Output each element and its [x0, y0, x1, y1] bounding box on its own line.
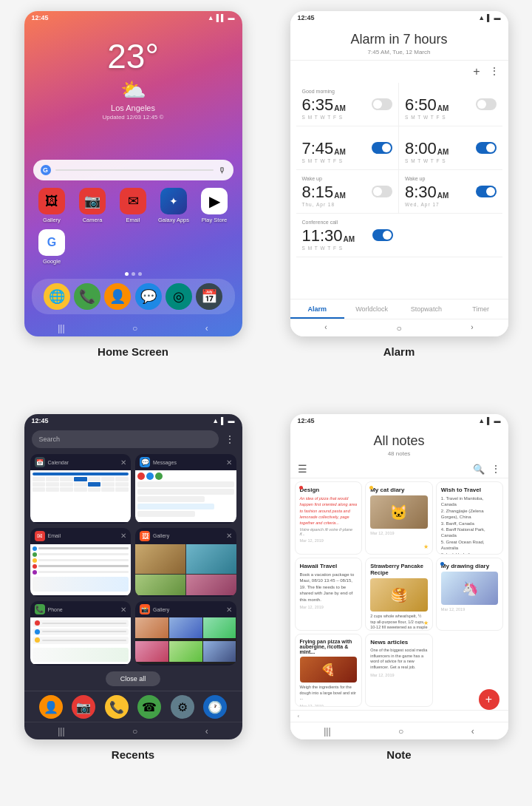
home-nav-bar: ||| ○ ‹ — [24, 319, 242, 336]
gallery-app[interactable]: 🖼 Gallery — [35, 188, 69, 223]
recents-search-box[interactable]: Search — [32, 430, 219, 448]
recents-phone-icon[interactable]: 📞 — [105, 695, 129, 719]
alarm-back-btn[interactable]: › — [471, 323, 473, 333]
tab-alarm[interactable]: Alarm — [290, 299, 345, 319]
recent-card-email-header: ✉ Email ✕ — [30, 528, 132, 544]
note-signal-icon: ▌ — [487, 417, 491, 424]
recents-back-btn[interactable]: ‹ — [205, 726, 208, 736]
samsung-dock-icon[interactable]: ◎ — [166, 283, 192, 310]
add-alarm-icon[interactable]: + — [473, 65, 480, 78]
playstore-label: Play Store — [202, 217, 228, 223]
camera-app[interactable]: 📷 Camera — [75, 188, 110, 223]
alarm-800-label — [405, 132, 497, 138]
alarm-815-toggle[interactable] — [372, 186, 392, 197]
calendar-close-btn[interactable]: ✕ — [120, 458, 126, 467]
recents-camera-icon[interactable]: 📷 — [72, 695, 95, 719]
gallery-close-btn[interactable]: ✕ — [226, 532, 232, 540]
recents-recents-btn[interactable]: ||| — [58, 726, 64, 736]
home-label: Home Screen — [98, 345, 168, 358]
note-card-cat[interactable]: My cat diary 🐱 Mar 12, 2019 ★ — [365, 481, 433, 555]
note-more-icon[interactable]: ⋮ — [491, 463, 501, 475]
alarm-745-toggle[interactable] — [372, 142, 392, 154]
note-back-btn[interactable]: ‹ — [471, 726, 474, 736]
contacts-dock-icon[interactable]: 👤 — [104, 283, 131, 310]
tab-worldclock[interactable]: Worldclock — [344, 299, 399, 319]
note-fab-btn[interactable]: + — [479, 689, 499, 710]
email-label: Email — [126, 217, 140, 223]
alarm-recents-btn[interactable]: ‹ — [324, 323, 327, 333]
note-card-frying[interactable]: Frying pan pizza with aubergine, ricotta… — [295, 634, 363, 707]
close-all-btn[interactable]: Close all — [106, 671, 161, 686]
recent-card-gallery[interactable]: 🖼 Gallery ✕ — [135, 528, 236, 597]
recents-settings-icon[interactable]: ⚙ — [171, 695, 194, 719]
recents-clock-icon[interactable]: 🕐 — [203, 695, 227, 719]
recent-card-email[interactable]: ✉ Email ✕ — [30, 528, 132, 597]
recents-signal-icon: ▌ — [221, 417, 225, 424]
recent-card-messages[interactable]: 💬 Messages ✕ — [135, 454, 236, 524]
alarm-830-label: Wake up — [405, 176, 497, 181]
alarm-800-toggle[interactable] — [476, 142, 497, 154]
alarm-830-toggle[interactable] — [476, 186, 497, 197]
home-search-bar[interactable]: G 🎙 — [33, 160, 233, 180]
note-wifi-icon: ▲ — [478, 417, 485, 424]
gallery2-close-btn[interactable]: ✕ — [226, 606, 232, 614]
calendar-dock-icon[interactable]: 📅 — [196, 283, 222, 310]
note-card-news[interactable]: News articles One of the biggest social … — [365, 634, 433, 707]
playstore-app[interactable]: ▶ Play Store — [197, 188, 232, 223]
alarm-800-days: S M T W T F S — [405, 158, 497, 163]
note-home-btn[interactable]: ○ — [398, 726, 403, 736]
alarm-home-btn[interactable]: ○ — [396, 323, 401, 333]
recent-card-calendar[interactable]: 📅 Calendar ✕ — [30, 454, 132, 524]
email-app[interactable]: ✉ Email — [116, 188, 151, 223]
google-app[interactable]: G Google — [35, 229, 69, 265]
browser-dock-icon[interactable]: 🌐 — [44, 283, 70, 310]
recents-call-icon[interactable]: ☎ — [137, 695, 161, 719]
note-date-cat: Mar 12, 2019 — [370, 531, 428, 535]
note-text-pancake: 2 cups whole wheat/spelt, ½ tsp all-purp… — [370, 614, 428, 631]
tab-timer[interactable]: Timer — [454, 299, 508, 319]
home-nav-btn[interactable]: ○ — [132, 323, 137, 333]
back-nav-btn[interactable]: ‹ — [205, 323, 208, 333]
note-title-travel: Wish to Travel — [441, 487, 499, 493]
note-menu-icon[interactable]: ☰ — [298, 463, 307, 475]
note-card-hawaii[interactable]: Hawaii Travel Book a vacation package to… — [295, 558, 363, 631]
note-card-drawing[interactable]: My drawing diary 🦄 Mar 12, 2019 — [436, 558, 504, 631]
recents-menu-btn[interactable]: ⋮ — [225, 433, 235, 445]
recents-home-btn[interactable]: ○ — [132, 726, 137, 736]
messages-dock-icon[interactable]: 💬 — [135, 283, 162, 310]
note-card-design[interactable]: Design An idea of pizza that would happe… — [295, 481, 363, 555]
gallery-label: Gallery — [43, 217, 61, 223]
home-weather-area: 23° ⛅ Los Angeles Updated 12/03 12:45 © — [24, 11, 242, 155]
alarm-list: Good morning 6:35AM S M T W T F S 6:50AM… — [290, 83, 508, 299]
note-search-icon[interactable]: 🔍 — [473, 464, 485, 475]
recents-nav-btn[interactable]: ||| — [58, 323, 64, 333]
note-card-pancake[interactable]: Strawberry Pancake Recipe 🥞 2 cups whole… — [365, 558, 433, 631]
alarm-quadrant: 12:45 ▲ ▌ ▬ Alarm in 7 hours 7:45 AM, Tu… — [266, 0, 532, 403]
tab-stopwatch[interactable]: Stopwatch — [399, 299, 454, 319]
note-title: All notes — [296, 433, 502, 449]
messages-close-btn[interactable]: ✕ — [226, 458, 232, 467]
alarm-830-days: Wed, Apr 17 — [405, 202, 497, 207]
calendar-app-name: Calendar — [48, 460, 69, 465]
alarm-1130-toggle[interactable] — [372, 229, 393, 241]
alarm-tabs: Alarm Worldclock Stopwatch Timer — [290, 299, 508, 319]
email-close-btn[interactable]: ✕ — [120, 532, 126, 540]
phone-dock-icon[interactable]: 📞 — [74, 283, 100, 310]
phone-app-name: Phone — [48, 607, 63, 612]
alarm-in-text: Alarm in 7 hours — [296, 32, 502, 47]
recent-card-gallery2[interactable]: 📸 Gallery ✕ — [135, 601, 236, 666]
note-recents-btn[interactable]: ||| — [324, 726, 330, 736]
alarm-815-days: Thu, Apr 18 — [302, 202, 393, 207]
recent-card-phone[interactable]: 📞 Phone ✕ — [30, 601, 132, 666]
alarm-635-toggle[interactable] — [372, 98, 392, 110]
dot-1 — [125, 272, 129, 276]
phone-close-btn[interactable]: ✕ — [120, 606, 126, 614]
recents-contacts-icon[interactable]: 👤 — [39, 695, 63, 719]
search-line — [55, 169, 214, 171]
galaxy-apps-app[interactable]: ✦ Galaxy Apps — [157, 188, 191, 223]
alarm-more-icon[interactable]: ⋮ — [489, 65, 499, 78]
note-date-news: Mar 12, 2019 — [370, 673, 428, 677]
recents-battery-icon: ▬ — [228, 417, 235, 424]
alarm-650-toggle[interactable] — [476, 98, 497, 110]
note-card-travel[interactable]: Wish to Travel 1. Travel in Manitoba, Ca… — [436, 481, 504, 555]
